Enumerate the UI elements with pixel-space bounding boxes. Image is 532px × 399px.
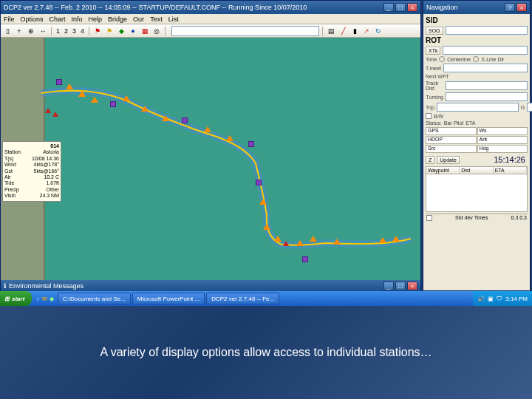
tmeet-input[interactable] — [443, 64, 528, 72]
station-marker[interactable] — [283, 241, 289, 246]
tool-flag-red-icon[interactable]: ⚑ — [92, 26, 103, 36]
station-marker[interactable] — [392, 236, 400, 242]
trip-input[interactable] — [437, 103, 519, 112]
tool-chart-icon[interactable]: ▦ — [140, 26, 150, 36]
task-button[interactable]: Microsoft PowerPoint ... — [132, 293, 205, 304]
preset-2[interactable]: 2 — [63, 27, 69, 35]
station-marker[interactable] — [259, 199, 267, 205]
xline-radio[interactable] — [473, 56, 479, 62]
msg-maximize-button[interactable]: □ — [395, 282, 406, 290]
station-marker[interactable] — [162, 115, 169, 121]
quicklaunch-app-icon[interactable]: ◆ — [50, 296, 54, 302]
station-marker[interactable] — [204, 126, 211, 132]
info-icon: ℹ — [4, 282, 6, 290]
tool-globe-icon[interactable]: ● — [128, 26, 138, 36]
station-marker[interactable] — [379, 237, 386, 243]
tool-arrow-icon[interactable]: ↔ — [38, 26, 48, 36]
station-marker[interactable] — [52, 112, 58, 117]
preset-1[interactable]: 1 — [55, 27, 61, 35]
station-marker[interactable] — [56, 79, 62, 85]
msg-close-button[interactable]: × — [407, 282, 417, 290]
station-marker[interactable] — [123, 95, 130, 101]
g-input[interactable] — [527, 103, 532, 112]
tray-clock[interactable]: 3:14 PM — [505, 296, 528, 302]
tray-volume-icon[interactable]: 🔊 — [477, 296, 485, 302]
station-marker[interactable] — [66, 83, 73, 89]
minimize-button[interactable]: _ — [383, 3, 394, 12]
tool-target-icon[interactable]: ◎ — [151, 26, 162, 36]
tray-network-icon[interactable]: ▣ — [488, 296, 494, 302]
quicklaunch-outlook-icon[interactable]: ✉ — [42, 296, 47, 302]
station-marker[interactable] — [310, 236, 317, 242]
tool-flag-yellow-icon[interactable]: ⚑ — [104, 26, 115, 36]
station-marker[interactable] — [274, 236, 282, 242]
station-marker[interactable] — [91, 97, 98, 103]
track-dist-input[interactable] — [446, 81, 528, 90]
start-button[interactable]: ⊞ start — [0, 291, 32, 306]
station-marker[interactable] — [248, 141, 254, 147]
menu-text[interactable]: Text — [150, 16, 163, 23]
nav-help-button[interactable]: ? — [505, 3, 515, 12]
preset-3[interactable]: 3 — [71, 27, 78, 35]
tool-graph-icon[interactable]: ╱ — [338, 26, 348, 36]
menu-list[interactable]: List — [168, 16, 179, 23]
tool-marker-icon[interactable]: ◆ — [116, 26, 126, 36]
tool-zoom-icon[interactable]: ⊕ — [26, 26, 36, 36]
sog-input[interactable] — [446, 26, 528, 35]
tool-trend-icon[interactable]: ↗ — [361, 26, 372, 36]
tool-crosshair-icon[interactable]: + — [14, 26, 24, 36]
station-marker[interactable] — [78, 91, 86, 97]
tool-list-icon[interactable]: ▤ — [326, 26, 336, 36]
info-value: Other — [46, 187, 59, 193]
toolbar-dropdown[interactable] — [171, 26, 319, 36]
close-button[interactable]: × — [407, 3, 417, 12]
station-marker[interactable] — [45, 108, 51, 113]
station-marker[interactable] — [333, 239, 341, 245]
tray-shield-icon[interactable]: 🛡 — [497, 296, 502, 302]
nav-close-button[interactable]: × — [516, 3, 527, 12]
centerline-radio[interactable] — [439, 56, 445, 62]
tool-select-icon[interactable]: ▯ — [2, 26, 13, 36]
col-eta[interactable]: ETA — [494, 167, 527, 174]
turning-input[interactable] — [446, 92, 528, 101]
col-waypoint[interactable]: Waypoint — [426, 167, 460, 174]
col-dist[interactable]: Dist — [460, 167, 493, 174]
waypoint-list[interactable]: Waypoint Dist ETA — [426, 166, 528, 212]
station-marker[interactable] — [296, 240, 304, 246]
station-marker[interactable] — [263, 224, 270, 230]
menu-help[interactable]: Help — [89, 16, 103, 23]
update-button[interactable]: Update — [437, 156, 460, 164]
station-marker[interactable] — [256, 180, 262, 185]
menu-chart[interactable]: Chart — [50, 16, 66, 23]
preset-4[interactable]: 4 — [79, 27, 86, 35]
station-marker[interactable] — [302, 256, 308, 262]
system-tray[interactable]: 🔊 ▣ 🛡 3:14 PM — [473, 291, 532, 306]
tool-bars-icon[interactable]: ▮ — [349, 26, 360, 36]
window-title: DCP2 ver 2.7.48 -- Feb. 2 2010 -- 14:05:… — [4, 4, 383, 11]
info-station-id: 014 — [4, 143, 59, 149]
station-marker[interactable] — [182, 117, 188, 123]
tool-refresh-icon[interactable]: ↻ — [373, 26, 383, 36]
task-button[interactable]: C:\Documents and Se... — [58, 293, 131, 304]
station-marker[interactable] — [226, 135, 233, 141]
stddev-checkbox[interactable] — [426, 215, 432, 221]
station-info-tooltip: 014 StationAstoria T(s)10/08 14:36 Wind4… — [2, 141, 61, 202]
menu-options[interactable]: Options — [21, 16, 44, 23]
menu-our[interactable]: Our — [133, 16, 144, 23]
maximize-button[interactable]: □ — [395, 3, 406, 12]
xtk-button[interactable]: XTk — [426, 47, 440, 55]
menu-info[interactable]: Info — [72, 16, 83, 23]
sog-button[interactable]: SOG — [426, 27, 443, 35]
task-button[interactable]: DCP2 ver 2.7.48 -- Fe... — [206, 293, 279, 304]
quicklaunch-ie-icon[interactable]: e — [36, 296, 39, 302]
station-marker[interactable] — [110, 101, 116, 107]
menu-file[interactable]: File — [4, 16, 15, 23]
bw-checkbox[interactable] — [426, 113, 432, 119]
msg-minimize-button[interactable]: _ — [383, 282, 394, 290]
turning-label: Turning — [426, 95, 443, 100]
xtk-input[interactable] — [443, 46, 528, 55]
map-viewport[interactable]: 014 StationAstoria T(s)10/08 14:36 Wind4… — [1, 38, 420, 280]
z-button[interactable]: Z — [426, 156, 434, 164]
station-marker[interactable] — [141, 106, 149, 112]
menu-bridge[interactable]: Bridge — [108, 16, 127, 23]
